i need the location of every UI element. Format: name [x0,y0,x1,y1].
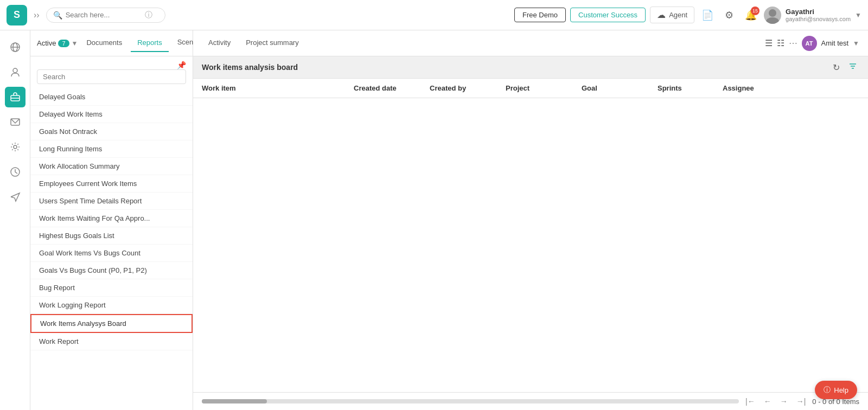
reports-list: Delayed GoalsDelayed Work ItemsGoals Not… [30,88,193,410]
more-icon[interactable]: ⋯ [789,38,797,48]
main-content: Activity Project summary ☰ ☷ ⋯ AT Amit t… [193,30,868,410]
table-area: Work item Created date Created by Projec… [193,79,868,392]
board-header: Work items analysis board ↻ [193,56,868,79]
chevron-down-icon: ▼ [855,11,861,19]
user-section[interactable]: Gayathri gayathri@snovasys.com ▼ [764,7,861,24]
nav-collapse-icon[interactable]: ›› [31,10,42,20]
customer-success-button[interactable]: Customer Success [570,8,646,22]
tab-activity[interactable]: Activity [202,34,237,52]
notification-badge: 15 [751,7,760,15]
report-item-8[interactable]: Work Items Waiting For Qa Appro... [30,210,193,227]
avatar [764,7,781,24]
col-work-item: Work item [202,84,354,92]
main-layout: Active 7 ▼ Documents Reports Scenarios1 … [0,30,868,410]
reports-search-input[interactable] [37,69,186,84]
info-icon: ⓘ [145,10,152,20]
active-label: Active [37,39,56,47]
sidebar-icon-mail[interactable] [5,112,25,132]
refresh-icon[interactable]: ↻ [831,61,842,74]
sidebar-icons [0,30,30,410]
left-panel: Active 7 ▼ Documents Reports Scenarios1 … [30,30,193,410]
pin-icon[interactable]: 📌 [177,61,186,69]
report-item-4[interactable]: Long Running Items [30,140,193,158]
report-item-6[interactable]: Employees Current Work Items [30,175,193,193]
user-name: Gayathri [786,8,851,16]
tab-project-summary[interactable]: Project summary [239,34,305,52]
active-count: 7 [58,40,69,47]
filter-icon[interactable] [846,61,859,74]
report-item-9[interactable]: Highest Bugs Goals List [30,227,193,245]
free-demo-button[interactable]: Free Demo [514,8,566,22]
bottom-bar: |← ← → →| 0 - 0 of 0 Items [193,392,868,410]
help-circle-icon: ⓘ [824,385,831,395]
report-item-5[interactable]: Work Allocation Summary [30,158,193,175]
svg-point-5 [13,68,17,73]
tab-documents[interactable]: Documents [80,34,129,52]
sidebar-icon-settings[interactable] [5,137,25,157]
reports-search-area: 📌 [30,56,193,88]
page-prev-btn[interactable]: ← [762,396,774,407]
notification-icon-btn[interactable]: 🔔 15 [742,7,760,24]
page-first-btn[interactable]: |← [743,396,757,407]
sidebar-icon-globe[interactable] [5,37,25,57]
table-empty [193,98,868,261]
sidebar-icon-clock[interactable] [5,162,25,182]
page-last-btn[interactable]: →| [794,396,808,407]
col-assignee: Assignee [723,84,788,92]
top-nav: S ›› 🔍 ⓘ Free Demo Customer Success ☁ Ag… [0,0,868,30]
help-label: Help [834,386,848,394]
secondary-tabs: Activity Project summary ☰ ☷ ⋯ AT Amit t… [193,30,868,56]
report-item-1[interactable]: Delayed Goals [30,88,193,106]
workspace-chevron[interactable]: ▼ [853,40,859,47]
search-icon: 🔍 [53,11,62,20]
col-project: Project [506,84,582,92]
search-bar[interactable]: 🔍 ⓘ [46,8,165,23]
sidebar-icon-briefcase[interactable] [5,87,25,107]
report-item-13[interactable]: Work Logging Report [30,297,193,314]
list-compact-icon[interactable]: ☰ [765,38,773,48]
svg-point-0 [769,9,776,17]
report-item-12[interactable]: Bug Report [30,279,193,297]
agent-button[interactable]: ☁ Agent [650,7,694,23]
sidebar-icon-user[interactable] [5,62,25,82]
settings-icon-btn[interactable]: ⚙ [720,7,738,24]
document-icon-btn[interactable]: 📄 [699,7,716,24]
scrollbar-area[interactable] [202,399,739,403]
table-header: Work item Created date Created by Projec… [193,79,868,98]
user-info: Gayathri gayathri@snovasys.com [786,8,851,22]
report-item-15[interactable]: Work Report [30,333,193,350]
help-button[interactable]: ⓘ Help [815,381,857,399]
workspace-avatar: AT [802,36,817,51]
tabs-row: Active 7 ▼ Documents Reports Scenarios1 … [30,30,193,56]
active-tab-badge[interactable]: Active 7 [37,39,69,47]
report-item-10[interactable]: Goal Work Items Vs Bugs Count [30,245,193,262]
sidebar-icon-send[interactable] [5,187,25,207]
svg-point-1 [766,17,779,24]
list-icon[interactable]: ☷ [777,38,784,48]
col-goal: Goal [582,84,658,92]
board-title: Work items analysis board [202,63,826,72]
app-logo: S [7,5,27,25]
report-item-2[interactable]: Delayed Work Items [30,106,193,123]
agent-label: Agent [669,11,687,19]
user-email: gayathri@snovasys.com [786,16,851,22]
page-next-btn[interactable]: → [778,396,790,407]
col-created-date: Created date [354,84,430,92]
active-dropdown-arrow[interactable]: ▼ [72,40,78,47]
svg-point-9 [14,145,17,149]
col-created-by: Created by [430,84,506,92]
col-sprints: Sprints [658,84,723,92]
report-item-3[interactable]: Goals Not Ontrack [30,123,193,140]
cloud-icon: ☁ [657,10,666,20]
report-item-14[interactable]: Work Items Analysys Board [30,314,193,333]
scrollbar-thumb[interactable] [202,399,267,403]
report-item-7[interactable]: Users Spent Time Details Report [30,193,193,210]
report-item-11[interactable]: Goals Vs Bugs Count (P0, P1, P2) [30,262,193,279]
search-input[interactable] [66,11,142,19]
workspace-name[interactable]: Amit test [821,39,849,47]
tab-reports[interactable]: Reports [131,34,169,52]
